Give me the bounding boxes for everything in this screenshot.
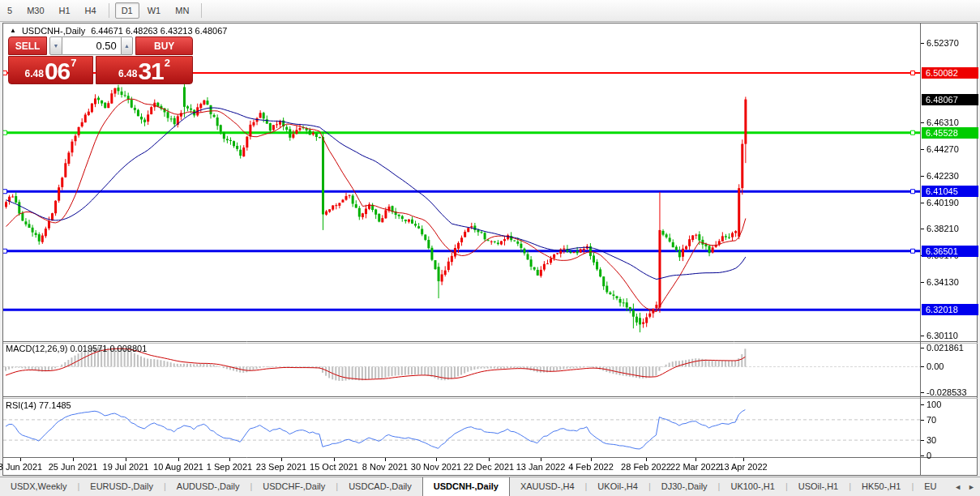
tab-uk100-h1[interactable]: UK100-,H1 — [720, 477, 785, 496]
toolbar-separator — [201, 3, 202, 18]
tab-eurusd-daily[interactable]: EURUSD-,Daily — [79, 477, 164, 496]
chart-ohlc-values: 6.44671 6.48263 6.43213 6.48067 — [91, 26, 227, 36]
macd-axis-tick: -0.028533 — [927, 387, 967, 398]
tab-usdchf-daily[interactable]: USDCHF-,Daily — [252, 477, 336, 496]
macd-axis-tick: 0.00 — [927, 361, 944, 372]
tab-hk50-h1[interactable]: HK50-,H1 — [851, 477, 911, 496]
timeframe-button-m30[interactable]: M30 — [20, 2, 50, 19]
timeframe-button-h4[interactable]: H4 — [79, 2, 103, 19]
macd-axis-tick: 0.021861 — [927, 343, 964, 353]
date-axis-label: 23 Sep 2021 — [256, 462, 306, 472]
tabs-scroll-left-icon[interactable]: ◄ — [954, 483, 961, 491]
sell-price-big-digits: 06 — [45, 60, 70, 82]
rsi-indicator-label: RSI(14) 77.1485 — [6, 400, 71, 410]
buy-price-big-digits: 31 — [138, 60, 163, 82]
date-axis-label: 15 Oct 2021 — [310, 462, 358, 472]
price-axis-tick: 6.52370 — [927, 38, 959, 49]
sell-price-prefix: 6.48 — [25, 68, 44, 79]
tab-usdcnh-daily[interactable]: USDCNH-,Daily — [422, 477, 510, 496]
tab-usdx-weekly[interactable]: USDX,Weekly — [0, 477, 77, 496]
timeframe-button-w1[interactable]: W1 — [141, 2, 168, 19]
date-axis-label: 22 Dec 2021 — [464, 462, 514, 472]
date-axis-label: 22 Mar 2022 — [670, 462, 721, 472]
rsi-axis-tick: 0 — [927, 451, 931, 461]
toolbar-separator — [109, 3, 109, 18]
chart-symbol-label: USDCNH-,Daily — [22, 26, 85, 36]
price-level-tag: 6.48067 — [922, 94, 978, 105]
timeframe-button-h1[interactable]: H1 — [53, 2, 77, 19]
sell-price-button[interactable]: 6.48 06 7 — [8, 56, 93, 84]
sell-button[interactable]: SELL — [8, 36, 47, 55]
tab-ukoil-h4[interactable]: UKOil-,H4 — [587, 477, 648, 496]
tabs-scroll-right-icon[interactable]: ► — [968, 483, 975, 491]
date-axis-label: 13 Jan 2022 — [516, 462, 566, 472]
tab-usoil-h1[interactable]: USOil-,H1 — [788, 477, 849, 496]
buy-price-button[interactable]: 6.48 31 2 — [96, 56, 193, 84]
chart-title: ▲ USDCNH-,Daily 6.44671 6.48263 6.43213 … — [10, 26, 227, 36]
price-axis-tick: 6.30110 — [927, 331, 958, 341]
tab-scroll-arrows: ◄► — [954, 477, 980, 496]
sell-price-pip-digit: 7 — [71, 57, 76, 69]
timeframe-button-mn[interactable]: MN — [169, 2, 195, 19]
price-axis-tick: 6.42230 — [927, 171, 959, 182]
tab-dj30-daily[interactable]: DJ30-,Daily — [651, 477, 718, 496]
volume-increase-button[interactable]: ▲ — [121, 36, 134, 55]
rsi-axis-tick: 100 — [927, 400, 941, 410]
timeframe-toolbar: 5M30H1H4D1W1MN — [0, 0, 980, 22]
price-axis-tick: 6.34130 — [927, 277, 959, 288]
trading-platform-window: 5M30H1H4D1W1MN ▲ USDCNH-,Daily 6.44671 6… — [0, 0, 980, 496]
collapse-arrow-icon[interactable]: ▲ — [10, 27, 16, 35]
date-axis-label: 30 Nov 2021 — [411, 462, 461, 472]
macd-indicator-label: MACD(12,26,9) 0.019571 0.008801 — [6, 344, 147, 353]
date-axis-label: 28 Feb 2022 — [621, 462, 671, 472]
price-level-tag: 6.32018 — [922, 304, 978, 315]
tab-eu[interactable]: EU — [914, 477, 947, 496]
triangle-down-icon: ▼ — [53, 43, 58, 49]
date-axis-label: 25 Jun 2021 — [49, 462, 98, 472]
volume-input[interactable] — [62, 36, 121, 55]
rsi-axis-tick: 30 — [927, 435, 936, 446]
buy-price-prefix: 6.48 — [118, 68, 137, 79]
buy-button[interactable]: BUY — [135, 36, 193, 55]
triangle-up-icon: ▲ — [124, 43, 130, 49]
one-click-trading-panel: SELL ▼ ▲ BUY 6.48 06 7 6.48 31 2 — [8, 36, 193, 84]
date-axis-label: 19 Jul 2021 — [103, 462, 149, 472]
date-axis-label: 3 Jun 2021 — [0, 462, 42, 472]
buy-price-pip-digit: 2 — [165, 57, 170, 69]
rsi-axis-tick: 70 — [927, 415, 936, 425]
date-axis-label: 10 Aug 2021 — [153, 462, 203, 472]
price-level-tag: 6.41045 — [922, 186, 978, 197]
price-level-tag: 6.45528 — [922, 127, 978, 139]
tab-xauusd-h4[interactable]: XAUUSD-,H4 — [510, 477, 585, 496]
date-axis-label: 8 Nov 2021 — [362, 462, 408, 472]
tab-audusd-daily[interactable]: AUDUSD-,Daily — [166, 477, 250, 496]
date-axis-label: 13 Apr 2022 — [719, 462, 767, 472]
price-axis-tick: 6.44270 — [927, 144, 959, 155]
timeframe-button-d1[interactable]: D1 — [115, 2, 139, 19]
symbol-tabbar: USDX,Weekly|EURUSD-,Daily|AUDUSD-,Daily|… — [0, 477, 980, 496]
timeframe-button-5[interactable]: 5 — [1, 2, 19, 19]
price-level-tag: 6.36501 — [922, 246, 978, 257]
price-level-tag: 6.50082 — [922, 67, 978, 79]
price-axis-tick: 6.38210 — [927, 224, 959, 234]
date-axis-label: 1 Sep 2021 — [207, 462, 252, 472]
volume-decrease-button[interactable]: ▼ — [49, 36, 62, 55]
tab-usdcad-daily[interactable]: USDCAD-,Daily — [338, 477, 422, 496]
date-axis-label: 4 Feb 2022 — [568, 462, 614, 472]
price-axis-tick: 6.40190 — [927, 198, 959, 208]
